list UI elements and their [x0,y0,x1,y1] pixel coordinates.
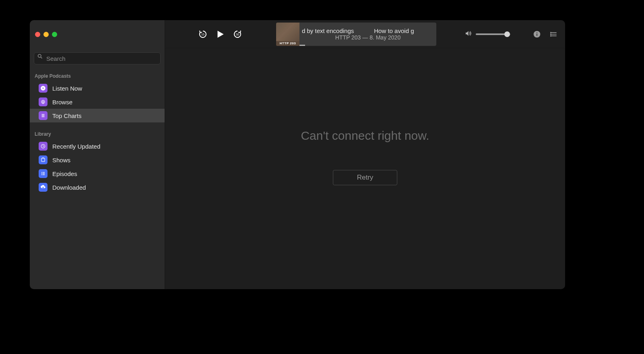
sidebar-item-label: Top Charts [52,112,82,119]
toolbar: 15 30 HTTP 203 [165,20,565,48]
retry-label: Retry [357,174,374,182]
artwork-label: HTTP 203 [276,41,299,46]
sidebar-item-label: Downloaded [52,184,86,191]
retry-button[interactable]: Retry [333,170,397,185]
episodes-icon [39,169,47,178]
error-message: Can't connect right now. [301,129,429,143]
sidebar: Apple Podcasts Listen Now Browse Top Cha… [30,20,165,289]
now-playing-title: d by text encodings How to avoid g [302,27,434,34]
queue-button[interactable] [550,30,558,38]
svg-line-1 [41,57,42,58]
fullscreen-window-button[interactable] [52,32,57,37]
browse-icon [39,97,47,106]
main-area: 15 30 HTTP 203 [165,20,565,289]
marquee-part-b: How to avoid g [374,27,414,34]
volume-icon [464,30,472,38]
search-input[interactable] [34,52,161,64]
search-icon [37,54,43,60]
sidebar-item-listen-now[interactable]: Listen Now [30,81,165,95]
listen-now-icon [39,84,47,93]
skip-forward-button[interactable]: 30 [233,29,242,39]
svg-rect-11 [41,158,45,161]
recently-updated-icon [39,142,47,151]
sidebar-item-top-charts[interactable]: Top Charts [30,109,165,122]
svg-rect-24 [537,32,537,33]
sidebar-item-label: Browse [52,99,72,106]
sidebar-item-label: Listen Now [52,85,82,92]
svg-point-28 [551,32,551,33]
minimize-window-button[interactable] [43,32,49,37]
play-button[interactable] [215,29,225,39]
svg-point-0 [38,54,41,58]
svg-rect-12 [42,157,44,158]
sidebar-item-label: Episodes [52,170,77,177]
sidebar-item-label: Shows [52,157,70,164]
sidebar-item-episodes[interactable]: Episodes [30,167,165,180]
sidebar-section-library: Library [30,122,165,139]
app-window: Apple Podcasts Listen Now Browse Top Cha… [30,20,565,289]
svg-point-30 [551,35,551,36]
skip-back-button[interactable]: 15 [198,29,208,39]
playback-progress[interactable] [299,45,305,46]
volume-thumb[interactable] [504,31,510,37]
sidebar-item-downloaded[interactable]: Downloaded [30,180,165,194]
svg-text:15: 15 [201,33,204,36]
shows-icon [39,155,47,164]
now-playing-artwork: HTTP 203 [276,23,299,46]
playback-controls: 15 30 [198,29,242,39]
marquee-part-a: d by text encodings [302,27,354,34]
sidebar-section-apple-podcasts: Apple Podcasts [30,64,165,81]
top-charts-icon [39,111,47,120]
sidebar-item-browse[interactable]: Browse [30,95,165,109]
close-window-button[interactable] [35,32,40,37]
now-playing-display[interactable]: HTTP 203 d by text encodings How to avoi… [276,23,436,46]
svg-rect-23 [537,33,537,36]
downloaded-icon [39,183,47,192]
volume-slider[interactable] [476,33,510,35]
svg-marker-20 [218,31,224,37]
sidebar-item-label: Recently Updated [52,143,100,150]
window-controls [30,20,165,48]
sidebar-item-shows[interactable]: Shows [30,153,165,167]
svg-point-29 [551,34,551,35]
info-button[interactable] [533,30,541,38]
now-playing-subtitle: HTTP 203 — 8. May 2020 [302,34,434,41]
svg-text:30: 30 [236,33,239,36]
volume-control [464,30,510,38]
sidebar-item-recently-updated[interactable]: Recently Updated [30,139,165,153]
svg-point-4 [42,101,44,103]
content-area: Can't connect right now. Retry [165,48,565,289]
